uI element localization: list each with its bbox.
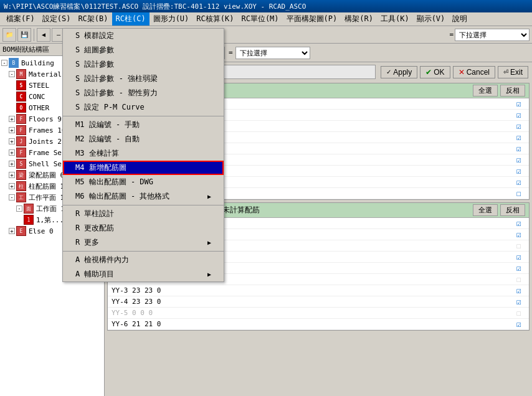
menu-m1-manual[interactable]: M1 設編號 - 手動 [63,118,224,132]
frames-icon: F [16,125,26,135]
menu-m2-auto[interactable]: M2 設編號 - 自動 [63,132,224,146]
expand-building[interactable]: - [1,60,7,66]
toolbar-btn-1[interactable]: 📁 [2,28,16,42]
floors-icon: F [16,114,26,124]
expand-frames[interactable]: + [9,127,15,133]
menu-s-general-param[interactable]: S 組圖參數 [63,43,224,57]
menu-s-design-param[interactable]: S 設計參數 [63,57,224,72]
frame-row-yy4[interactable]: YY-4 23 23 0 ☑ [108,296,529,308]
floor-check-3f[interactable]: ☑ [513,155,525,164]
expand-materials[interactable]: - [9,71,15,77]
other-icon: O [16,103,26,113]
frame-check-yy5[interactable]: ☐ [513,308,525,318]
frame-check-xx4[interactable]: ☑ [513,252,525,262]
expand-workface[interactable]: - [16,205,22,212]
menu-s-design-strong[interactable]: S 設計參數 - 強柱弱梁 [63,72,224,86]
frame-check-yy4[interactable]: ☑ [513,297,525,306]
toolbar-btn-3[interactable]: ◀ [37,28,50,42]
cancel-button[interactable]: ✕ Cancel [453,66,495,78]
menu-settings[interactable]: 設定(S) [39,12,75,26]
tree-label-workplane: 工作平面 1 [29,193,64,202]
menu-m4-new-rebar[interactable]: M4 新增配筋圖 [63,161,224,175]
item1-icon: 1 [24,215,34,225]
frame-row-yy6[interactable]: YY-6 21 21 0 ☑ [108,319,529,330]
expand-framesec[interactable]: + [9,149,15,156]
joints-icon: J [16,136,26,146]
workface-icon: 面 [24,204,34,214]
tree-label-else: Else 0 [29,227,54,235]
menu-sep1 [63,116,224,116]
expand-beamrebar[interactable]: + [9,172,15,178]
conc-icon: C [16,92,26,101]
dropdown-select[interactable]: 下拉選擇 [455,29,530,41]
else-icon: E [16,226,26,236]
menu-file[interactable]: 檔案(F) [2,12,39,26]
menu-floor-plan[interactable]: 平面構架圖(P) [283,12,341,26]
menu-bar: 檔案(F) 設定(S) RC架(B) RC柱(C) 圖形力(U) RC核算(K)… [0,12,532,26]
section1-invert[interactable]: 反相 [500,85,525,97]
menu-m6-other[interactable]: M6 輸出配筋圖 - 其他格式 [63,189,224,204]
right-toolbar-sep [224,47,225,59]
menu-help[interactable]: 說明 [449,12,471,26]
expand-workplane[interactable]: - [9,194,15,200]
menu-layer[interactable]: 圖形力(U) [150,12,193,26]
frame-check-xx2[interactable]: ☑ [513,230,525,239]
floor-check-rf[interactable]: ☑ [513,110,525,120]
exit-button[interactable]: ⏎ Exit [498,66,528,78]
frame-check-xx1[interactable]: ☑ [513,219,525,228]
menu-s-model[interactable]: S 模群設定 [63,29,224,43]
frame-check-yy6[interactable]: ☑ [513,319,525,329]
menu-rc-calc[interactable]: RC核算(K) [192,12,237,26]
frame-name-yy5: YY-5 0 0 0 [112,309,513,317]
colrebar-icon: 柱 [16,181,26,191]
section1-select-all[interactable]: 全選 [473,85,498,97]
expand-shellsec[interactable]: + [9,161,15,167]
menu-view[interactable]: 顯示(V) [413,12,449,26]
frame-check-yy2[interactable]: ☐ [513,275,525,284]
menu-s-design-plastic[interactable]: S 設計參數 - 塑性剪力 [63,86,224,100]
menu-rc-frame[interactable]: RC架(B) [74,12,112,26]
frame-check-xx3[interactable]: ☐ [513,241,525,250]
expand-floors[interactable]: + [9,116,15,122]
right-dropdown[interactable]: 下拉選擇 [235,47,310,59]
tree-label-conc: CONC [29,93,45,101]
context-menu[interactable]: S 模群設定 S 組圖參數 S 設計參數 S 設計參數 - 強柱弱梁 S 設計參… [62,28,224,282]
menu-sep3 [63,251,224,252]
menu-r-single[interactable]: R 單柱設計 [63,207,224,221]
expand-colrebar[interactable]: + [9,183,15,189]
dropdown-label: = [449,31,454,39]
expand-joints[interactable]: + [9,138,15,144]
menu-r-modify[interactable]: R 更改配筋 [63,221,224,235]
floor-check-4f[interactable]: ☑ [513,144,525,153]
floor-check-base[interactable]: ☐ [513,189,525,198]
toolbar-btn-2[interactable]: 💾 [17,28,31,42]
menu-rc-column[interactable]: RC柱(C) [112,12,150,26]
floor-check-pr[interactable]: ☑ [513,99,525,108]
frame-row-yy3[interactable]: YY-3 23 23 0 ☑ [108,285,529,296]
tree-label-item1: 1,第... [36,215,64,225]
apply-button[interactable]: ✓ Apply [381,66,417,78]
expand-else[interactable]: + [9,228,15,234]
menu-m3-calc[interactable]: M3 全棟計算 [63,146,224,161]
floor-check-5f[interactable]: ☑ [513,133,525,142]
menu-structure[interactable]: 構架(R) [341,12,377,26]
steel-icon: S [16,80,26,90]
menu-rc-unit[interactable]: RC單位(M) [237,12,282,26]
frame-row-yy5[interactable]: YY-5 0 0 0 ☐ [108,308,529,319]
menu-r-more[interactable]: R 更多 [63,235,224,250]
menu-s-pm-curve[interactable]: S 設定 P-M Curve [63,100,224,115]
section2-select-all[interactable]: 全選 [473,204,498,216]
ok-button[interactable]: ✔ OK [420,66,450,78]
section2-invert[interactable]: 反相 [500,204,525,216]
floor-check-2f[interactable]: ☑ [513,166,525,176]
menu-m5-dwg[interactable]: M5 輸出配筋圖 - DWG [63,175,224,189]
frame-check-yy3[interactable]: ☑ [513,286,525,295]
menu-a-assist[interactable]: A 輔助項目 [63,267,224,281]
floor-check-1f[interactable]: ☑ [513,177,525,187]
cancel-icon: ✕ [458,68,465,77]
frame-name-yy6: YY-6 21 21 0 [112,320,513,328]
floor-check-6f[interactable]: ☑ [513,121,525,131]
menu-tools[interactable]: 工具(K) [377,12,413,26]
frame-check-yy1[interactable]: ☑ [513,263,525,273]
menu-a-check[interactable]: A 檢視構件內力 [63,253,224,267]
